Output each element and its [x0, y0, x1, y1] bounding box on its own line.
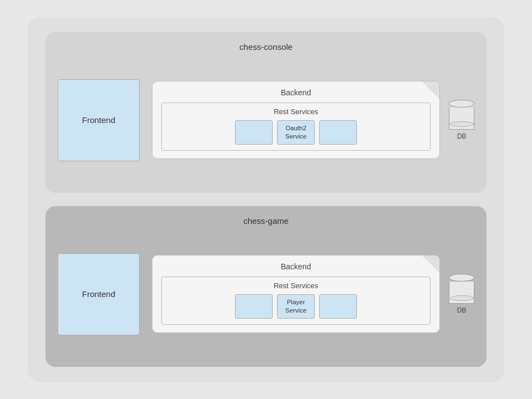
console-db-container: DB [449, 100, 474, 140]
game-db-body [449, 282, 474, 304]
chess-game-section: chess-game Frontend Backend Rest Service… [45, 206, 487, 367]
chess-game-title: chess-game [58, 216, 474, 226]
game-rest-services-title: Rest Services [168, 282, 423, 290]
game-service-3 [319, 294, 357, 319]
console-db-top [449, 100, 474, 108]
console-service-oauth2: Oauth2Service [277, 120, 315, 145]
console-db-cylinder [449, 100, 474, 130]
game-backend-title: Backend [161, 262, 431, 271]
console-services-row: Oauth2Service [168, 120, 423, 145]
chess-game-body: Frontend Backend Rest Services PlayerSer… [58, 232, 474, 356]
console-backend-title: Backend [161, 88, 431, 97]
game-backend-panel: Backend Rest Services PlayerService [152, 255, 440, 333]
chess-console-body: Frontend Backend Rest Services Oauth2Ser… [58, 58, 474, 182]
console-db-label: DB [457, 132, 467, 140]
console-backend-panel: Backend Rest Services Oauth2Service [152, 81, 440, 159]
game-services-row: PlayerService [168, 294, 423, 319]
game-service-1 [235, 294, 273, 319]
console-service-3 [319, 120, 357, 145]
console-service-1 [235, 120, 273, 145]
console-backend-db-wrapper: Backend Rest Services Oauth2Service [152, 81, 474, 159]
console-frontend-box: Frontend [58, 79, 140, 161]
game-service-player: PlayerService [277, 294, 315, 319]
game-db-container: DB [449, 274, 474, 314]
console-frontend-label: Frontend [82, 115, 115, 125]
chess-console-section: chess-console Frontend Backend Rest Serv… [45, 32, 487, 193]
game-db-top [449, 274, 474, 282]
game-db-cylinder [449, 274, 474, 304]
game-frontend-label: Frontend [82, 289, 115, 299]
console-rest-services-box: Rest Services Oauth2Service [161, 103, 431, 151]
console-db-bottom-ellipse [450, 121, 474, 127]
game-backend-db-wrapper: Backend Rest Services PlayerService [152, 255, 474, 333]
game-db-bottom-ellipse [450, 295, 474, 301]
console-rest-services-title: Rest Services [168, 108, 423, 116]
chess-console-title: chess-console [58, 42, 474, 52]
game-rest-services-box: Rest Services PlayerService [161, 277, 431, 325]
game-frontend-box: Frontend [58, 253, 140, 335]
main-container: chess-console Frontend Backend Rest Serv… [28, 17, 504, 382]
game-db-label: DB [457, 306, 467, 314]
console-db-body [449, 108, 474, 130]
